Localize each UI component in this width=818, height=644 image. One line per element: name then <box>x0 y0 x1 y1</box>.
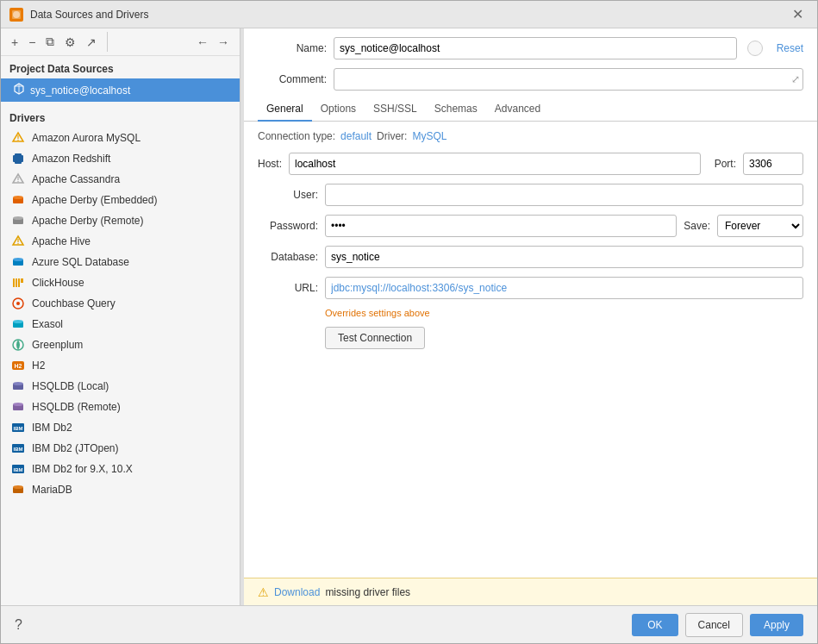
driver-item-apache-derby-remote[interactable]: Apache Derby (Remote) <box>1 210 240 231</box>
tab-options[interactable]: Options <box>312 97 365 122</box>
apache-derby-remote-icon <box>11 214 25 228</box>
tab-general[interactable]: General <box>258 97 312 122</box>
close-button[interactable]: ✕ <box>787 4 809 24</box>
download-link[interactable]: Download <box>274 586 320 598</box>
port-input[interactable] <box>743 153 803 175</box>
selected-datasource-item[interactable]: sys_notice@localhost <box>1 78 240 102</box>
tab-ssh-ssl[interactable]: SSH/SSL <box>365 97 426 122</box>
forward-button[interactable]: → <box>214 34 233 51</box>
tab-schemas[interactable]: Schemas <box>426 97 486 122</box>
url-input[interactable] <box>325 277 803 299</box>
back-button[interactable]: ← <box>193 34 212 51</box>
driver-item-mariadb[interactable]: MariaDB <box>1 479 240 500</box>
driver-label: Exasol <box>32 318 63 330</box>
svg-point-21 <box>13 258 23 261</box>
help-button[interactable]: ? <box>15 617 22 633</box>
amazon-redshift-icon <box>11 152 25 166</box>
driver-label: IBM Db2 for 9.X, 10.X <box>32 463 133 475</box>
svg-rect-7 <box>13 155 23 162</box>
user-row: User: <box>258 184 803 206</box>
settings-button[interactable]: ⚙ <box>61 34 79 51</box>
cancel-button[interactable]: Cancel <box>685 613 743 637</box>
test-connection-button[interactable]: Test Connection <box>325 327 425 349</box>
driver-item-hsqldb-local[interactable]: HSQLDB (Local) <box>1 376 240 397</box>
password-input[interactable] <box>325 215 677 237</box>
driver-label: Amazon Aurora MySQL <box>32 132 140 144</box>
name-row: Name: Reset <box>244 28 817 65</box>
svg-point-12 <box>17 181 18 182</box>
exasol-icon <box>11 317 25 331</box>
svg-text:IBM: IBM <box>14 447 23 452</box>
selected-datasource-label: sys_notice@localhost <box>30 84 130 97</box>
warning-bar: ⚠ Download missing driver files <box>244 578 817 605</box>
export-button[interactable]: ↗ <box>83 34 100 51</box>
greenplum-icon <box>11 338 25 352</box>
driver-label: Amazon Redshift <box>32 153 110 165</box>
left-toolbar: + − ⧉ ⚙ ↗ ← → <box>1 28 240 56</box>
apache-hive-icon <box>11 234 25 248</box>
comment-input[interactable] <box>334 68 803 91</box>
port-label: Port: <box>715 158 736 170</box>
host-port-row: Host: Port: <box>258 153 803 175</box>
tab-advanced[interactable]: Advanced <box>486 97 549 122</box>
driver-item-couchbase[interactable]: Couchbase Query <box>1 293 240 314</box>
svg-rect-24 <box>18 278 20 287</box>
comment-expand-icon[interactable]: ⤢ <box>791 73 800 85</box>
svg-rect-9 <box>15 161 22 164</box>
driver-item-ibm-db2-jtopen[interactable]: IBM IBM Db2 (JTOpen) <box>1 438 240 459</box>
driver-label: Apache Hive <box>32 235 91 247</box>
svg-rect-23 <box>16 278 17 287</box>
copy-button[interactable]: ⧉ <box>42 33 58 51</box>
driver-label: Greenplum <box>32 339 83 351</box>
warning-icon: ⚠ <box>258 585 269 599</box>
driver-item-apache-derby-embedded[interactable]: Apache Derby (Embedded) <box>1 190 240 210</box>
svg-point-1 <box>13 11 20 18</box>
driver-label: H2 <box>32 360 45 372</box>
app-icon <box>9 8 23 22</box>
svg-rect-8 <box>15 153 22 156</box>
add-button[interactable]: + <box>8 34 22 51</box>
driver-item-greenplum[interactable]: Greenplum <box>1 335 240 355</box>
svg-point-44 <box>13 485 23 489</box>
svg-point-19 <box>17 243 18 244</box>
host-input[interactable] <box>289 153 701 175</box>
svg-point-27 <box>16 302 20 305</box>
save-select[interactable]: Forever For session Never <box>717 215 803 237</box>
driver-item-ibm-db2-9x[interactable]: IBM IBM Db2 for 9.X, 10.X <box>1 459 240 479</box>
driver-item-hsqldb-remote[interactable]: HSQLDB (Remote) <box>1 397 240 417</box>
host-label: Host: <box>258 158 282 170</box>
bottom-bar: ? OK Cancel Apply <box>1 605 817 643</box>
reset-link[interactable]: Reset <box>777 42 803 54</box>
driver-value[interactable]: MySQL <box>412 130 446 142</box>
driver-item-amazon-aurora[interactable]: Amazon Aurora MySQL <box>1 128 240 148</box>
left-panel: + − ⧉ ⚙ ↗ ← → Project Data Sources <box>1 28 240 605</box>
driver-label: Apache Derby (Remote) <box>32 215 143 227</box>
driver-item-apache-cassandra[interactable]: Apache Cassandra <box>1 169 240 190</box>
conn-type-value[interactable]: default <box>340 130 372 142</box>
driver-item-clickhouse[interactable]: ClickHouse <box>1 272 240 293</box>
svg-point-16 <box>13 216 23 220</box>
driver-item-exasol[interactable]: Exasol <box>1 314 240 335</box>
name-input[interactable] <box>334 37 737 59</box>
driver-label: Azure SQL Database <box>32 256 129 268</box>
driver-item-h2[interactable]: H2 H2 <box>1 355 240 376</box>
svg-text:H2: H2 <box>15 363 22 369</box>
host-group: Host: <box>258 153 701 175</box>
right-panel: Name: Reset Comment: ⤢ General Options S… <box>244 28 817 605</box>
driver-item-apache-hive[interactable]: Apache Hive <box>1 231 240 252</box>
clickhouse-icon <box>11 276 25 290</box>
conn-type-label: Connection type: <box>258 130 335 142</box>
ok-button[interactable]: OK <box>632 614 678 636</box>
remove-button[interactable]: − <box>25 34 39 51</box>
driver-item-azure-sql[interactable]: Azure SQL Database <box>1 252 240 272</box>
driver-item-amazon-redshift[interactable]: Amazon Redshift <box>1 148 240 169</box>
driver-item-ibm-db2[interactable]: IBM IBM Db2 <box>1 417 240 438</box>
password-label: Password: <box>258 220 318 232</box>
title-bar-left: Data Sources and Drivers <box>9 8 148 22</box>
drivers-section-label: Drivers <box>1 105 240 128</box>
user-input[interactable] <box>325 184 803 206</box>
database-input[interactable] <box>325 246 803 268</box>
apply-button[interactable]: Apply <box>750 614 803 636</box>
svg-point-34 <box>13 382 23 385</box>
apache-cassandra-icon <box>11 172 25 186</box>
